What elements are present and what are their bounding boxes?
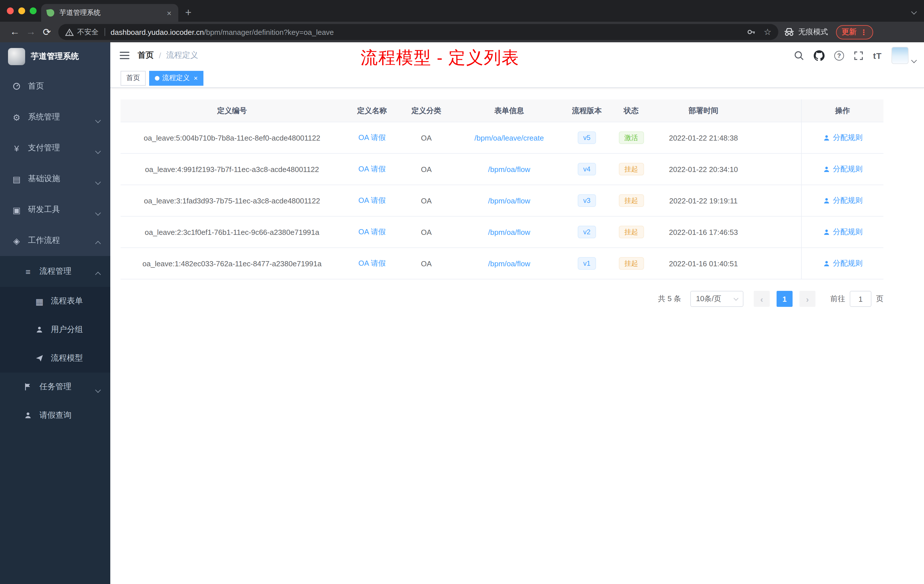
sidebar-item-process-form[interactable]: ▦ 流程表单	[0, 287, 110, 315]
table-header-row: 定义编号 定义名称 定义分类 表单信息 流程版本 状态 部署时间 操作	[120, 99, 883, 122]
sidebar-item-system[interactable]: ⚙ 系统管理	[0, 102, 110, 133]
assign-rule-button[interactable]: 分配规则	[823, 258, 863, 269]
sidebar-item-user-group[interactable]: 用户分组	[0, 315, 110, 344]
infrastructure-icon: ▤	[12, 175, 22, 183]
search-button[interactable]	[794, 50, 804, 61]
forward-button[interactable]: →	[23, 26, 39, 38]
goto-page-input[interactable]	[850, 291, 871, 307]
status-badge: 挂起	[619, 194, 644, 207]
window-close-button[interactable]	[7, 7, 14, 14]
col-actions: 操作	[801, 99, 883, 122]
next-page-button[interactable]: ›	[799, 291, 815, 307]
back-button[interactable]: ←	[7, 26, 23, 38]
url-domain: dashboard.yudao.iocoder.cn	[111, 28, 204, 36]
assign-rule-button[interactable]: 分配规则	[823, 164, 863, 174]
logo-title: 芋道管理系统	[31, 51, 79, 62]
definition-id: oa_leave:5:004b710b-7b8a-11ec-8ef0-acde4…	[120, 122, 343, 153]
user-menu[interactable]	[891, 47, 916, 64]
sidebar-filler	[0, 430, 110, 584]
assign-rule-button[interactable]: 分配规则	[823, 227, 863, 237]
window-minimize-button[interactable]	[18, 7, 25, 14]
definition-name-link[interactable]: OA 请假	[358, 164, 385, 174]
chevron-down-icon	[96, 176, 100, 186]
update-label: 更新	[842, 27, 856, 37]
table-row: oa_leave:1:482ec033-762a-11ec-8477-a2380…	[120, 248, 883, 279]
form-link[interactable]: /bpm/oa/leave/create	[475, 134, 544, 142]
page-size-select[interactable]: 10条/页	[690, 291, 743, 307]
definition-id: oa_leave:4:991f2193-7b7f-11ec-a3c8-acde4…	[120, 154, 343, 185]
address-bar[interactable]: 不安全 dashboard.yudao.iocoder.cn /bpm/mana…	[58, 24, 778, 40]
sidebar-item-task-management[interactable]: 任务管理	[0, 373, 110, 401]
browser-update-menu-button[interactable]: 更新 ⋮	[836, 25, 873, 39]
tab-close-icon[interactable]: ×	[166, 8, 173, 17]
definition-name-link[interactable]: OA 请假	[358, 227, 385, 237]
flag-icon	[23, 383, 33, 391]
fullscreen-button[interactable]	[854, 51, 863, 60]
tag-close-icon[interactable]: ×	[194, 74, 198, 82]
security-label: 不安全	[77, 27, 99, 37]
definition-id: oa_leave:3:1fad3d93-7b75-11ec-a3c8-acde4…	[120, 185, 343, 216]
browser-tab[interactable]: 芋道管理系统 ×	[41, 4, 178, 22]
sidebar-item-home[interactable]: 首页	[0, 71, 110, 102]
sidebar-item-process-management[interactable]: ≡ 流程管理	[0, 256, 110, 287]
github-button[interactable]	[814, 50, 825, 61]
version-tag: v3	[578, 194, 596, 207]
deploy-time: 2022-01-22 21:48:38	[655, 122, 752, 153]
bookmark-star-icon[interactable]: ☆	[764, 27, 771, 37]
form-link[interactable]: /bpm/oa/flow	[488, 196, 530, 205]
url-path: /bpm/manager/definition?key=oa_leave	[204, 28, 334, 36]
page-content: 定义编号 定义名称 定义分类 表单信息 流程版本 状态 部署时间 操作 oa_l…	[110, 88, 924, 307]
incognito-label: 无痕模式	[798, 27, 828, 37]
sidebar-item-payment[interactable]: ¥ 支付管理	[0, 133, 110, 163]
sidebar-item-infrastructure[interactable]: ▤ 基础设施	[0, 163, 110, 194]
tabstrip-chevron-down-icon[interactable]	[912, 6, 916, 16]
new-tab-button[interactable]: +	[185, 6, 191, 19]
font-size-button[interactable]: tT	[873, 51, 882, 60]
yen-icon: ¥	[12, 144, 22, 152]
definition-name-link[interactable]: OA 请假	[358, 133, 385, 143]
assign-rule-button[interactable]: 分配规则	[823, 195, 863, 206]
paper-plane-icon	[34, 354, 45, 362]
person-icon	[823, 197, 830, 204]
tag-home[interactable]: 首页	[120, 71, 146, 86]
sidebar-item-devtools[interactable]: ▣ 研发工具	[0, 194, 110, 225]
chevron-down-icon	[911, 58, 917, 63]
form-link[interactable]: /bpm/oa/flow	[488, 228, 530, 236]
reload-button[interactable]: ⟳	[39, 26, 55, 38]
table-row: oa_leave:4:991f2193-7b7f-11ec-a3c8-acde4…	[120, 154, 883, 185]
definition-name-link[interactable]: OA 请假	[358, 258, 385, 269]
chevron-down-icon	[96, 207, 100, 217]
workflow-icon: ◈	[12, 236, 22, 245]
sidebar-item-leave-query[interactable]: 请假查询	[0, 401, 110, 430]
definition-category: OA	[401, 216, 452, 247]
question-icon: ?	[834, 51, 844, 60]
sidebar-toggle-button[interactable]	[110, 51, 138, 60]
breadcrumb-current: 流程定义	[166, 50, 198, 61]
status-badge: 挂起	[619, 163, 644, 175]
deploy-time: 2022-01-22 20:34:10	[655, 154, 752, 185]
definition-category: OA	[401, 248, 452, 279]
person-icon	[823, 134, 830, 142]
warning-icon	[65, 28, 74, 36]
page-1-button[interactable]: 1	[777, 291, 792, 307]
active-dot	[155, 76, 159, 80]
form-link[interactable]: /bpm/oa/flow	[488, 259, 530, 268]
form-link[interactable]: /bpm/oa/flow	[488, 165, 530, 173]
breadcrumb-home[interactable]: 首页	[138, 50, 154, 61]
tags-view-bar: 首页 流程定义 ×	[110, 69, 924, 88]
pagination: 共 5 条 10条/页 ‹ 1 › 前往 页	[120, 291, 883, 307]
prev-page-button[interactable]: ‹	[754, 291, 770, 307]
definition-name-link[interactable]: OA 请假	[358, 195, 385, 206]
window-zoom-button[interactable]	[30, 7, 36, 14]
sidebar-item-process-model[interactable]: 流程模型	[0, 344, 110, 373]
col-definition-id: 定义编号	[120, 99, 343, 122]
password-key-icon[interactable]	[747, 27, 756, 36]
tag-process-definition[interactable]: 流程定义 ×	[149, 71, 203, 86]
chevron-down-icon	[96, 384, 100, 394]
dashboard-icon	[12, 82, 22, 90]
help-button[interactable]: ?	[834, 51, 844, 60]
definition-id: oa_leave:2:3c1f0ef1-76b1-11ec-9c66-a2380…	[120, 216, 343, 247]
chevron-up-icon	[96, 238, 100, 248]
assign-rule-button[interactable]: 分配规则	[823, 133, 863, 143]
sidebar-item-workflow[interactable]: ◈ 工作流程	[0, 225, 110, 256]
